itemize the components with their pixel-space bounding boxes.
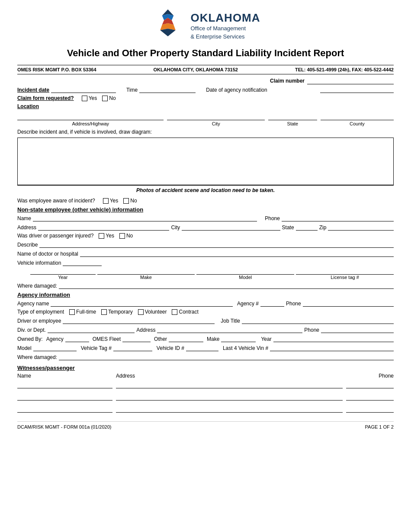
vehicle-make-field[interactable] [97,268,195,275]
yes-checkbox-label[interactable]: Yes [82,95,97,101]
vehicle-info-sub-field[interactable] [63,259,102,266]
vehicle-tag-field[interactable] [113,344,152,351]
city-field[interactable] [167,114,265,120]
witness1-addr-field[interactable] [116,381,343,388]
injured-no-checkbox[interactable] [119,233,125,239]
agency-notification-field[interactable] [320,86,394,93]
witness2-name-field[interactable] [17,393,112,401]
agency2-label: Agency [46,336,64,342]
witness2-addr-field[interactable] [116,393,343,401]
incident-date-row: Incident date Time Date of agency notifi… [17,86,394,93]
describe-incident-box[interactable] [17,138,394,185]
non-state-phone-field[interactable] [282,215,394,221]
vehicle-model-field[interactable] [196,268,294,275]
aware-yes-label[interactable]: Yes [103,198,119,204]
div-dept-field[interactable] [48,326,135,333]
oklahoma-title: OKLAHOMA [190,11,260,25]
div-dept-label: Div. or Dept. [17,327,46,333]
last4-vin-field[interactable] [270,344,394,351]
county-field[interactable] [321,114,394,120]
agency2-field[interactable] [65,335,89,342]
address2-label: Address [136,327,155,333]
vehicle-license-field[interactable] [296,268,394,275]
describe2-label: Describe [17,242,38,248]
aware-no-checkbox[interactable] [123,198,129,204]
where-damaged2-field[interactable] [59,353,394,360]
claim-number-field[interactable] [307,78,394,84]
incident-date-field[interactable] [51,86,116,93]
city-label: City [212,121,220,126]
vehicle-id-field[interactable] [186,344,218,351]
fulltime-checkbox[interactable] [69,309,75,315]
yes-checkbox[interactable] [82,96,87,101]
dept-address-field[interactable] [157,326,302,333]
describe2-row: Describe [17,241,394,248]
no-label: No [109,95,116,101]
tel-fax: TEL: 405-521-4999 (24h), FAX: 405-522-44… [295,67,394,72]
aware-yes-checkbox[interactable] [103,198,109,204]
non-state-header: Non-state employee (other vehicle) infor… [17,206,394,213]
page-title: Vehicle and Other Property Standard Liab… [17,48,394,59]
fulltime-label[interactable]: Full-time [69,309,96,315]
model-tag-id-row: Model Vehicle Tag # Vehicle ID # Last 4 … [17,344,394,351]
driver-employee-field[interactable] [63,317,215,324]
no-checkbox[interactable] [102,96,108,101]
year2-field[interactable] [273,335,394,342]
address-highway-field[interactable] [17,114,164,120]
non-state-name-field[interactable] [33,215,257,221]
non-state-city-field[interactable] [182,224,280,231]
volunteer-label[interactable]: Volunteer [138,309,167,315]
logo-text: OKLAHOMA Office of Management & Enterpri… [190,11,260,40]
doctor-hospital-label: Name of doctor or hospital [17,251,78,257]
phone-label: Phone [265,215,280,221]
contract-label[interactable]: Contract [172,309,198,315]
city-col: City [167,114,265,126]
witness1-phone-field[interactable] [346,381,394,388]
zip-label: Zip [319,224,327,231]
time-label: Time [126,87,138,93]
employee-aware-label: Was employee aware of incident? [17,198,95,204]
job-title-field[interactable] [242,317,394,324]
dept-phone-field[interactable] [321,326,394,333]
witness-phone-col-label: Phone [346,373,394,379]
agency-phone-field[interactable] [303,300,394,307]
agency-name-field[interactable] [51,300,233,307]
state-field[interactable] [268,114,317,120]
omes-fleet-field[interactable] [122,335,151,342]
witnesses-header: Witnesses/passenger [17,365,394,371]
non-state-state-field[interactable] [296,224,318,231]
witness2-phone-field[interactable] [346,393,394,401]
temporary-label[interactable]: Temporary [101,309,133,315]
volunteer-checkbox[interactable] [138,309,144,315]
non-state-name-row: Name Phone [17,215,394,221]
witness3-phone-field[interactable] [346,405,394,413]
witness3-addr-field[interactable] [116,405,343,413]
injured-no-label[interactable]: No [119,233,133,239]
witness1-name-col [17,381,112,388]
where-damaged-field[interactable] [59,282,394,289]
injured-yes-label[interactable]: Yes [99,233,114,239]
other-field[interactable] [169,335,203,342]
agency-num-field[interactable] [260,300,284,307]
address-highway-col: Address/Highway [17,114,164,126]
vehicle-year-field[interactable] [30,268,96,275]
witness1-name-field[interactable] [17,381,112,388]
non-state-zip-field[interactable] [328,224,394,231]
contract-checkbox[interactable] [172,309,177,315]
aware-no-label[interactable]: No [123,198,137,204]
time-field[interactable] [139,86,196,93]
make2-field[interactable] [221,335,256,342]
temporary-checkbox[interactable] [101,309,107,315]
doctor-hospital-field[interactable] [80,250,394,257]
year2-label: Year [261,336,271,342]
no-checkbox-label[interactable]: No [102,95,116,101]
where-damaged2-row: Where damaged: [17,353,394,360]
injured-yes-checkbox[interactable] [99,233,104,239]
page-header: OKLAHOMA Office of Management & Enterpri… [17,9,394,43]
witness3-name-field[interactable] [17,405,112,413]
last4-vin-label: Last 4 Vehicle Vin # [223,345,268,351]
non-state-address-field[interactable] [38,224,169,231]
yes-label: Yes [89,95,97,101]
model2-field[interactable] [33,344,77,351]
describe2-field[interactable] [39,241,394,248]
